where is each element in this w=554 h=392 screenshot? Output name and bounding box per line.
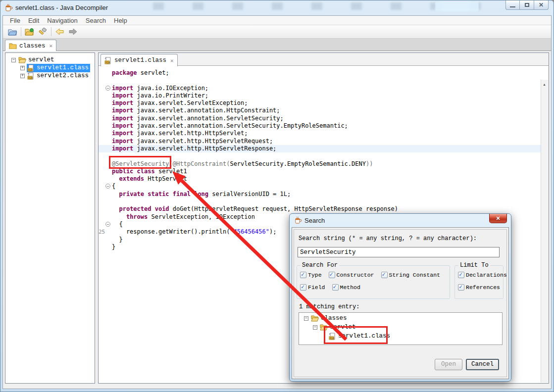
code-line-19[interactable]: − protected void doGet(HttpServletReques… [99, 205, 549, 213]
editor-scrollbar[interactable]: ▲ [541, 80, 549, 383]
checkbox-type[interactable]: ✓Type [300, 272, 322, 278]
code-token: { [112, 183, 115, 190]
code-line-14[interactable]: −public class servlet1 [99, 168, 549, 175]
fold-toggle-icon[interactable]: − [105, 222, 110, 227]
glass-reflections [124, 2, 486, 10]
gutter: 25− [99, 228, 112, 236]
scroll-up-icon[interactable]: ▲ [543, 83, 546, 86]
gutter: − [99, 213, 112, 221]
expander-icon[interactable]: − [304, 316, 308, 321]
gutter: − [99, 183, 112, 190]
menu-item-navigation[interactable]: Navigation [43, 17, 81, 24]
checkbox-box-icon[interactable]: ✓ [329, 272, 335, 278]
tab-classes[interactable]: classes ✕ [5, 40, 56, 51]
checkbox-method[interactable]: ✓Method [332, 284, 360, 291]
checkbox-box-icon[interactable]: ✓ [332, 284, 339, 291]
open-button[interactable]: Open [435, 359, 462, 370]
checkbox-label: Field [308, 284, 325, 291]
search-for-group: Search For✓Type✓Constructor✓String Const… [297, 265, 450, 299]
code-line-2[interactable]: − [99, 77, 549, 84]
class-file-icon: 010 [27, 64, 35, 72]
code-token: (@HttpConstraint( [169, 160, 230, 167]
search-icon[interactable] [37, 27, 48, 37]
tree-item-servlet1-class[interactable]: +010servlet1.class [20, 64, 90, 72]
menu-item-edit[interactable]: Edit [24, 17, 43, 24]
checkbox-field[interactable]: ✓Field [300, 284, 325, 291]
dialog-close-button[interactable]: ✕ [489, 214, 507, 223]
menu-item-file[interactable]: File [6, 17, 24, 24]
tree-item-classes[interactable]: −classes [304, 314, 349, 322]
tree-item-body[interactable]: classes [310, 314, 349, 322]
code-line-1[interactable]: −package servlet; [99, 69, 549, 77]
limit-to-group: Limit To✓Declarations✓References [454, 265, 504, 299]
menu-bar: FileEditNavigationSearchHelp [3, 16, 551, 25]
code-line-7[interactable]: −import javax.servlet.annotation.Servlet… [99, 115, 549, 122]
checkbox-box-icon[interactable]: ✓ [458, 284, 464, 291]
expander-icon[interactable]: + [20, 66, 25, 70]
expander-icon[interactable]: − [11, 58, 16, 62]
tab-close-icon[interactable]: ✕ [50, 43, 53, 49]
checkbox-box-icon[interactable]: ✓ [458, 272, 464, 278]
code-token: import [112, 130, 133, 137]
gutter: − [99, 221, 112, 228]
code-token: servlet; [137, 69, 169, 76]
expander-icon[interactable]: + [20, 74, 25, 78]
minimize-button[interactable] [505, 0, 520, 10]
code-line-6[interactable]: −import javax.servlet.annotation.HttpCon… [99, 107, 549, 114]
menu-item-help[interactable]: Help [110, 17, 131, 24]
code-line-11[interactable]: −import javax.servlet.http.HttpServletRe… [99, 145, 549, 152]
tree-item-servlet[interactable]: −servlet [11, 56, 56, 64]
code-line-18[interactable]: − [99, 198, 549, 205]
app-logo-cup-icon [4, 3, 13, 14]
fold-toggle-icon[interactable]: − [105, 86, 110, 91]
code-token: } [112, 244, 115, 250]
checkbox-row: ✓References [458, 284, 500, 291]
open-file-icon[interactable] [7, 27, 18, 37]
checkbox-box-icon[interactable]: ✓ [381, 272, 388, 278]
tree-item-body[interactable]: 010servlet2.class [27, 72, 90, 80]
gutter: − [99, 168, 112, 175]
close-icon: ✕ [496, 215, 500, 221]
checkbox-constructor[interactable]: ✓Constructor [329, 272, 374, 278]
expander-icon[interactable]: − [313, 325, 317, 330]
checkbox-label: Method [340, 284, 360, 291]
fold-toggle-icon[interactable]: − [105, 184, 110, 189]
checkbox-box-icon[interactable]: ✓ [300, 284, 306, 291]
checkbox-declarations[interactable]: ✓Declarations [458, 272, 507, 278]
check-icon: ✓ [333, 283, 337, 291]
maximize-button[interactable] [520, 0, 534, 10]
tree-item-body[interactable]: servlet [18, 56, 56, 64]
open-type-icon[interactable] [24, 27, 35, 37]
tab-close-icon[interactable]: ✕ [170, 57, 174, 64]
code-line-16[interactable]: −{ [99, 183, 549, 190]
tab-servlet1-class[interactable]: 010 servlet1.class ✕ [101, 54, 178, 66]
close-button[interactable]: ✕ [534, 0, 549, 10]
code-line-10[interactable]: −import javax.servlet.http.HttpServletRe… [99, 138, 549, 145]
code-token: import [112, 99, 133, 106]
checkbox-box-icon[interactable]: ✓ [300, 272, 306, 278]
code-line-4[interactable]: −import java.io.PrintWriter; [99, 92, 549, 99]
title-bar[interactable]: servlet1.class - Java Decompiler ✕ [0, 0, 554, 15]
tree-item-body[interactable]: 010servlet1.class [27, 64, 90, 72]
checkbox-references[interactable]: ✓References [458, 284, 500, 291]
back-icon[interactable] [54, 27, 65, 37]
gutter: − [99, 122, 112, 130]
cancel-button[interactable]: Cancel [466, 359, 499, 370]
code-line-5[interactable]: −import javax.servlet.ServletException; [99, 99, 549, 107]
search-dialog-titlebar[interactable]: Search ✕ [290, 214, 511, 227]
forward-icon[interactable] [67, 27, 78, 37]
search-dialog-body: Search string (* = any string, ? = any c… [292, 227, 509, 379]
gutter: − [99, 236, 112, 244]
tree-item-servlet2-class[interactable]: +010servlet2.class [20, 72, 90, 80]
code-token: ServletException, IOException [148, 213, 255, 220]
gutter: − [99, 107, 112, 114]
annotation-box-servletsecurity [109, 156, 171, 169]
checkbox-string-constant[interactable]: ✓String Constant [381, 272, 441, 278]
code-line-15[interactable]: − extends HttpServlet [99, 175, 549, 183]
code-line-8[interactable]: −import javax.servlet.annotation.Servlet… [99, 122, 549, 130]
code-line-3[interactable]: −import java.io.IOException; [99, 85, 549, 92]
code-line-17[interactable]: − private static final long serialVersio… [99, 191, 549, 198]
code-line-9[interactable]: −import javax.servlet.http.HttpServlet; [99, 130, 549, 137]
search-input[interactable] [298, 247, 500, 257]
menu-item-search[interactable]: Search [82, 17, 110, 24]
